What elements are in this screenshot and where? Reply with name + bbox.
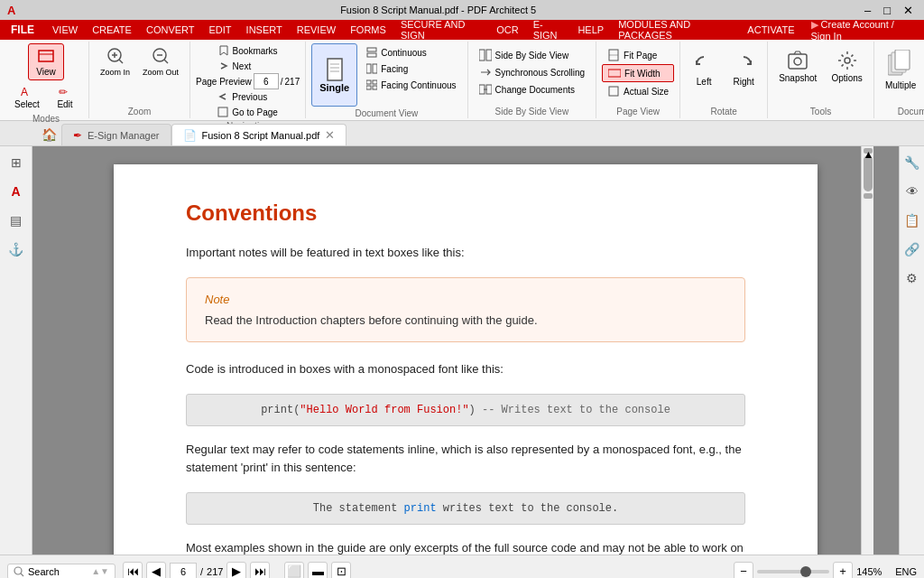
- bookmarks-button[interactable]: Bookmarks: [213, 43, 283, 58]
- svg-rect-19: [373, 64, 377, 73]
- pdf-area[interactable]: Conventions Important notes will be feat…: [32, 146, 899, 555]
- svg-rect-24: [479, 50, 485, 61]
- right-sidebar-wrench-icon[interactable]: 🔧: [900, 150, 925, 175]
- svg-line-10: [164, 60, 168, 63]
- nav-last-button[interactable]: ⏭: [250, 562, 270, 579]
- right-sidebar-clipboard-icon[interactable]: 📋: [900, 208, 925, 233]
- create-account-link[interactable]: ▶ Create Account / Sign In: [802, 19, 924, 42]
- nav-first-button[interactable]: ⏮: [123, 562, 143, 579]
- fit-page-status-button[interactable]: ⬜: [284, 562, 304, 579]
- svg-rect-32: [789, 54, 807, 69]
- rotate-left-button[interactable]: Left: [686, 51, 722, 89]
- snapshot-button[interactable]: Snapshot: [773, 47, 822, 86]
- search-box[interactable]: Search ▲▼: [7, 564, 116, 579]
- status-bar: Search ▲▼ ⏮ ◀ / 217 ▶ ⏭ ⬜ ▬ ⊡ − + 145% E…: [0, 555, 924, 578]
- nav-next-button[interactable]: ▶: [226, 562, 246, 579]
- zoom-in-status-button[interactable]: +: [833, 562, 853, 579]
- tab-current-doc[interactable]: 📄 Fusion 8 Script Manual.pdf ✕: [171, 124, 347, 145]
- menu-activate[interactable]: ACTIVATE: [740, 20, 801, 40]
- minimize-button[interactable]: –: [861, 4, 874, 17]
- fit-width-status-button[interactable]: ▬: [308, 562, 328, 579]
- zoom-in-button[interactable]: Zoom In: [95, 43, 135, 79]
- svg-line-7: [119, 60, 123, 63]
- page-number-input[interactable]: [254, 73, 279, 89]
- svg-rect-23: [373, 86, 377, 89]
- restore-button[interactable]: □: [880, 4, 894, 17]
- pdf-page: Conventions Important notes will be feat…: [114, 164, 818, 555]
- right-sidebar-gear-icon[interactable]: ⚙: [900, 266, 925, 291]
- right-sidebar-link-icon[interactable]: 🔗: [900, 237, 925, 262]
- sidebar-nav-icon[interactable]: ⊞: [4, 150, 29, 175]
- facing-continuous-view-button[interactable]: Facing Continuous: [361, 78, 461, 92]
- menu-esign[interactable]: E-SIGN: [526, 20, 571, 40]
- menu-modules[interactable]: MODULES AND PACKAGES: [611, 20, 740, 40]
- close-button[interactable]: ✕: [900, 4, 917, 17]
- search-expand-icon[interactable]: ▲▼: [91, 566, 109, 576]
- ribbon-document-view-group: Single Continuous Facing Facing Continuo…: [306, 42, 467, 118]
- zoom-slider[interactable]: [757, 570, 829, 573]
- tools-label: Tools: [810, 105, 831, 117]
- sidebar-anchor-icon[interactable]: ⚓: [4, 237, 29, 262]
- scroll-up-button[interactable]: ▲: [864, 148, 873, 154]
- next-button[interactable]: Next: [213, 59, 283, 73]
- edit-mode-button[interactable]: ✏ Edit: [47, 82, 83, 112]
- goto-page-button[interactable]: Go to Page: [212, 105, 283, 119]
- menu-convert[interactable]: CONVERT: [139, 20, 202, 40]
- menu-insert[interactable]: INSERT: [239, 20, 290, 40]
- menu-view[interactable]: VIEW: [45, 20, 85, 40]
- zoom-out-button[interactable]: Zoom Out: [137, 43, 184, 79]
- menu-forms[interactable]: FORMS: [343, 20, 393, 40]
- code-block-1: print("Hello World from Fusion!") -- Wri…: [186, 394, 745, 426]
- zoom-out-status-button[interactable]: −: [734, 562, 753, 579]
- view-controls: ⬜ ▬ ⊡: [284, 562, 351, 579]
- menu-review[interactable]: REVIEW: [290, 20, 343, 40]
- full-page-status-button[interactable]: ⊡: [331, 562, 351, 579]
- fit-width-button[interactable]: Fit Width: [602, 64, 674, 82]
- menu-ocr[interactable]: OCR: [489, 20, 525, 40]
- menu-help[interactable]: HELP: [570, 20, 611, 40]
- continuous-view-button[interactable]: Continuous: [361, 45, 461, 60]
- search-icon: [14, 566, 24, 577]
- menu-secure[interactable]: SECURE AND SIGN: [393, 20, 489, 40]
- right-sidebar: 🔧 👁 📋 🔗 ⚙: [899, 146, 924, 555]
- scroll-down-button[interactable]: [864, 193, 873, 199]
- fit-page-button[interactable]: Fit Page: [602, 47, 674, 63]
- sidebar-list-icon[interactable]: ▤: [4, 208, 29, 233]
- single-view-button[interactable]: Single: [311, 43, 357, 107]
- view-mode-button[interactable]: View: [28, 43, 64, 80]
- rotate-right-button[interactable]: Right: [725, 51, 762, 89]
- svg-rect-30: [608, 70, 621, 77]
- tab-close-button[interactable]: ✕: [325, 128, 335, 142]
- svg-text:A: A: [21, 86, 28, 98]
- ribbon-navigation-group: Bookmarks Next Page Preview / 217 Previo…: [190, 42, 306, 118]
- scrollbar[interactable]: ▲: [861, 146, 873, 555]
- scroll-thumb[interactable]: [864, 155, 873, 191]
- tab-bar: 🏠 ✒ E-Sign Manager 📄 Fusion 8 Script Man…: [0, 121, 924, 146]
- menu-edit[interactable]: EDIT: [202, 20, 239, 40]
- pdf-para1: Important notes will be featured in text…: [186, 244, 745, 263]
- actual-size-button[interactable]: Actual Size: [602, 83, 674, 99]
- svg-rect-12: [328, 59, 342, 80]
- status-page-input[interactable]: [170, 563, 197, 579]
- menu-create[interactable]: CREATE: [85, 20, 139, 40]
- sidebar-text-icon[interactable]: A: [4, 179, 29, 204]
- facing-view-button[interactable]: Facing: [361, 61, 461, 76]
- side-by-side-button[interactable]: Side By Side View: [474, 47, 591, 63]
- options-button[interactable]: Options: [826, 47, 867, 86]
- tab-esign-manager[interactable]: ✒ E-Sign Manager: [61, 124, 171, 145]
- svg-rect-11: [218, 107, 227, 117]
- previous-button[interactable]: Previous: [212, 89, 283, 104]
- home-button[interactable]: 🏠: [36, 124, 61, 145]
- search-label: Search: [28, 566, 60, 577]
- menu-file[interactable]: FILE: [0, 20, 45, 40]
- side-by-side-label: Side By Side View: [495, 105, 569, 117]
- nav-prev-button[interactable]: ◀: [146, 562, 166, 579]
- select-mode-button[interactable]: A Select: [9, 82, 45, 112]
- status-nav: ⏮ ◀ / 217 ▶ ⏭: [123, 562, 270, 579]
- zoom-level: 145%: [856, 566, 888, 577]
- note-box: Note Read the Introduction chapters befo…: [186, 277, 745, 342]
- sync-scrolling-button[interactable]: Synchronous Scrolling: [474, 64, 591, 80]
- right-sidebar-eye-icon[interactable]: 👁: [900, 179, 925, 204]
- change-documents-button[interactable]: Change Documents: [474, 81, 591, 98]
- multiple-documents-button[interactable]: Multiple: [880, 47, 921, 93]
